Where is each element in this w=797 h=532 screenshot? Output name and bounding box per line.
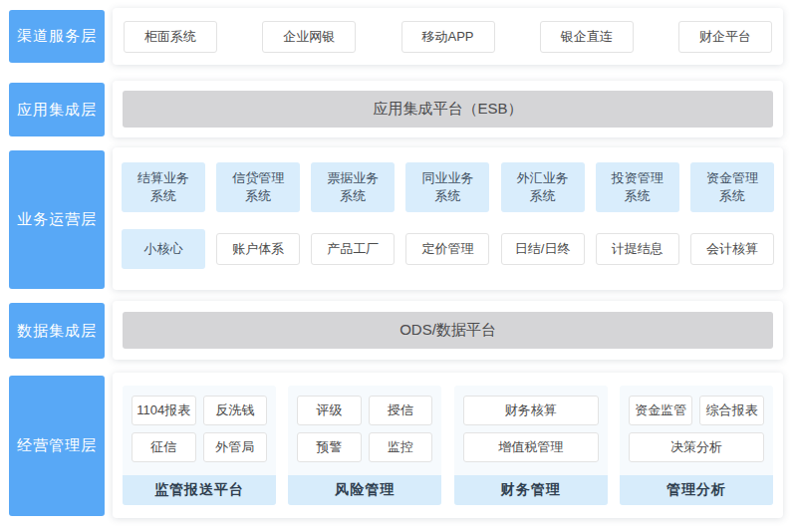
management-layer-card: 1104报表 反洗钱 征信 外管局 监管报送平台 评级 授信 预警 监控: [113, 373, 783, 518]
group-financial-management: 财务核算 增值税管理 财务管理: [454, 386, 608, 505]
group-regulatory-reporting: 1104报表 反洗钱 征信 外管局 监管报送平台: [123, 386, 276, 505]
group-body: 1104报表 反洗钱 征信 外管局: [123, 386, 276, 475]
module-box-accrual: 计提结息: [596, 233, 679, 265]
data-layer-card: ODS/数据平台: [113, 301, 783, 360]
group-row: 评级 授信: [297, 396, 432, 425]
module-box-pricing: 定价管理: [405, 233, 489, 265]
architecture-diagram: 渠道服务层 应用集成层 业务运营层 数据集成层 经营管理层 柜面系统 企业网银 …: [0, 0, 797, 532]
system-box-treasury: 资金管理 系统: [690, 162, 774, 212]
system-box-line2: 系统: [340, 187, 366, 205]
core-box-small-core: 小核心: [122, 229, 205, 269]
channel-box-bank-direct: 银企直连: [540, 21, 634, 53]
integration-layer-card: 应用集成平台（ESB）: [113, 81, 783, 137]
channel-box-ebank: 企业网银: [262, 21, 356, 53]
module-box-accounting: 会计核算: [690, 233, 774, 265]
mgmt-box-vat: 增值税管理: [463, 432, 599, 462]
mgmt-box-financial-accounting: 财务核算: [463, 396, 599, 425]
group-management-analysis: 资金监管 综合报表 决策分析 管理分析: [620, 386, 773, 505]
system-box-line2: 系统: [434, 187, 460, 205]
ods-platform-bar: ODS/数据平台: [123, 312, 773, 349]
mgmt-box-monitoring: 监控: [369, 432, 433, 462]
mgmt-box-credit-ref: 征信: [132, 432, 196, 462]
group-title-risk: 风险管理: [288, 475, 441, 505]
business-systems-row: 结算业务 系统 信贷管理 系统 票据业务 系统 同业业务 系统 外汇业务 系统 …: [122, 162, 774, 212]
system-box-forex: 外汇业务 系统: [501, 162, 585, 212]
channel-box-finance-platform: 财企平台: [678, 21, 772, 53]
system-box-line2: 系统: [719, 187, 745, 205]
group-title-analysis: 管理分析: [620, 475, 773, 505]
system-box-settlement: 结算业务 系统: [122, 162, 205, 212]
system-box-credit: 信贷管理 系统: [216, 162, 300, 212]
channel-layer-card: 柜面系统 企业网银 移动APP 银企直连 财企平台: [113, 8, 783, 65]
group-title-financial: 财务管理: [454, 475, 608, 505]
group-row: 资金监管 综合报表: [629, 396, 764, 425]
mgmt-box-fund-supervision: 资金监管: [629, 396, 693, 425]
mgmt-box-credit-line: 授信: [369, 396, 433, 425]
business-layer-card: 结算业务 系统 信贷管理 系统 票据业务 系统 同业业务 系统 外汇业务 系统 …: [113, 147, 783, 290]
system-box-line1: 投资管理: [612, 169, 664, 187]
mgmt-box-rating: 评级: [297, 396, 362, 425]
system-box-line2: 系统: [245, 187, 271, 205]
system-box-line1: 结算业务: [137, 169, 189, 187]
group-row: 增值税管理: [463, 432, 599, 462]
system-box-line1: 资金管理: [706, 169, 758, 187]
system-box-line1: 票据业务: [327, 169, 379, 187]
channel-box-mobile-app: 移动APP: [401, 21, 495, 53]
group-row: 财务核算: [463, 396, 599, 425]
group-row: 1104报表 反洗钱: [132, 396, 267, 425]
module-box-product: 产品工厂: [311, 233, 395, 265]
group-body: 财务核算 增值税管理: [454, 386, 608, 475]
mgmt-box-aml: 反洗钱: [203, 396, 268, 425]
group-title-regulatory: 监管报送平台: [123, 475, 276, 505]
system-box-line2: 系统: [150, 187, 176, 205]
business-modules-row: 小核心 账户体系 产品工厂 定价管理 日结/日终 计提结息 会计核算: [122, 229, 774, 269]
mgmt-box-comprehensive-report: 综合报表: [699, 396, 764, 425]
group-row: 征信 外管局: [132, 432, 267, 462]
layer-label-management: 经营管理层: [9, 376, 105, 516]
system-box-investment: 投资管理 系统: [596, 162, 679, 212]
system-box-line1: 同业业务: [421, 169, 473, 187]
system-box-line1: 信贷管理: [232, 169, 284, 187]
system-box-interbank: 同业业务 系统: [405, 162, 489, 212]
system-box-line1: 外汇业务: [517, 169, 569, 187]
group-risk-management: 评级 授信 预警 监控 风险管理: [288, 386, 441, 505]
mgmt-box-safe: 外管局: [203, 432, 268, 462]
mgmt-box-decision-analysis: 决策分析: [629, 432, 764, 462]
group-body: 资金监管 综合报表 决策分析: [620, 386, 773, 475]
layer-label-business: 业务运营层: [9, 150, 105, 289]
layer-label-channel: 渠道服务层: [9, 10, 105, 63]
mgmt-box-warning: 预警: [297, 432, 362, 462]
module-box-account: 账户体系: [216, 233, 300, 265]
system-box-bill: 票据业务 系统: [311, 162, 395, 212]
module-box-eod: 日结/日终: [501, 233, 585, 265]
group-row: 预警 监控: [297, 432, 432, 462]
esb-platform-bar: 应用集成平台（ESB）: [123, 91, 773, 128]
mgmt-box-1104-report: 1104报表: [132, 396, 196, 425]
group-body: 评级 授信 预警 监控: [288, 386, 441, 475]
system-box-line2: 系统: [530, 187, 556, 205]
layer-label-data: 数据集成层: [9, 303, 105, 359]
channel-box-counter: 柜面系统: [124, 21, 217, 53]
system-box-line2: 系统: [625, 187, 651, 205]
layer-label-integration: 应用集成层: [9, 83, 105, 136]
group-row: 决策分析: [629, 432, 764, 462]
